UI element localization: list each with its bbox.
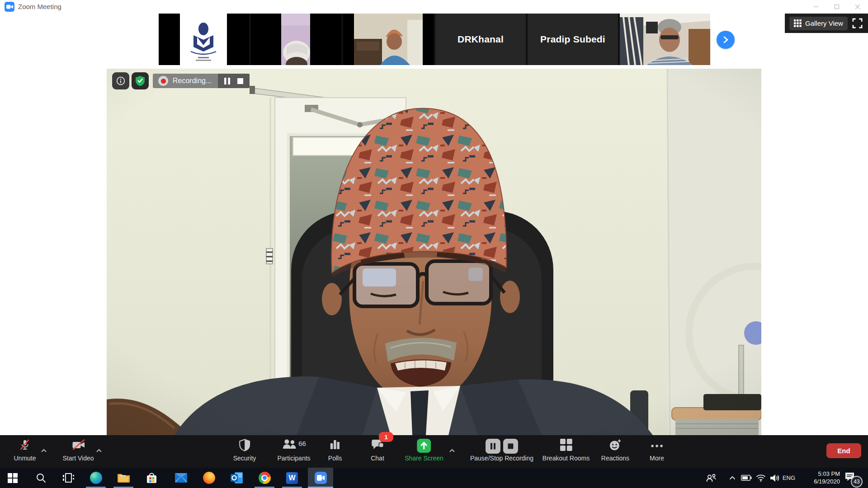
speaker-scene <box>107 69 761 435</box>
participant-video <box>354 14 423 65</box>
volume-tray-icon[interactable] <box>770 468 780 488</box>
wifi-tray-icon[interactable] <box>756 468 766 488</box>
people-icon <box>706 474 717 483</box>
share-options-caret[interactable] <box>449 446 455 455</box>
start-video-label: Start Video <box>62 455 94 462</box>
more-button[interactable]: More <box>650 439 664 462</box>
share-screen-icon <box>417 439 431 453</box>
gallery-view-button[interactable]: Gallery View <box>789 17 848 30</box>
pause-stop-label: Pause/Stop Recording <box>470 455 533 462</box>
participants-label: Participants <box>277 455 310 462</box>
record-dot-icon <box>158 76 168 86</box>
video-tile-participant[interactable] <box>343 14 434 65</box>
firefox-button[interactable] <box>196 468 222 488</box>
chrome-button[interactable] <box>252 468 277 488</box>
polls-button[interactable]: Polls <box>328 439 342 462</box>
chat-button[interactable]: Chat <box>371 439 384 462</box>
action-center-button[interactable]: 43 <box>844 472 858 484</box>
participants-button[interactable]: 66 Participants <box>277 439 310 462</box>
name-tile[interactable]: DRKhanal <box>435 14 526 65</box>
battery-icon <box>741 475 752 481</box>
store-button[interactable] <box>139 468 164 488</box>
clock-time: 5:03 PM <box>798 470 840 478</box>
chrome-icon <box>259 472 271 484</box>
security-shield-check-icon <box>135 75 145 86</box>
file-explorer-button[interactable] <box>111 468 136 488</box>
chevron-up-icon <box>729 476 736 480</box>
fullscreen-button[interactable] <box>852 18 863 29</box>
breakout-rooms-label: Breakout Rooms <box>542 455 590 462</box>
file-explorer-icon <box>118 473 130 483</box>
start-video-button[interactable]: Start Video <box>62 439 94 462</box>
video-tile-participant[interactable] <box>620 14 710 65</box>
chat-unread-badge: 1 <box>379 432 393 442</box>
title-bar: Zoom Meeting <box>0 0 868 14</box>
security-status-button[interactable] <box>132 72 149 89</box>
close-icon[interactable] <box>847 0 868 14</box>
reactions-label: Reactions <box>601 455 629 462</box>
info-icon <box>116 76 125 85</box>
recording-indicator: Recording... <box>153 74 250 88</box>
filmstrip-next-button[interactable] <box>717 31 735 49</box>
mail-button[interactable] <box>168 468 193 488</box>
share-screen-button[interactable]: Share Screen <box>405 439 443 462</box>
name-tile[interactable]: Pradip Subedi <box>528 14 618 65</box>
recording-controls <box>218 74 250 88</box>
reactions-smiley-icon <box>609 439 622 451</box>
stop-icon[interactable] <box>503 439 518 454</box>
polls-label: Polls <box>328 455 342 462</box>
taskbar-clock[interactable]: 5:03 PM 6/19/2020 <box>798 470 840 485</box>
zoom-taskbar-button[interactable] <box>308 468 333 488</box>
word-icon: W <box>286 472 298 484</box>
shield-icon <box>239 439 250 451</box>
reactions-button[interactable]: Reactions <box>601 439 629 462</box>
video-tile-logo[interactable] <box>159 14 249 65</box>
participant-name: Pradip Subedi <box>540 34 605 45</box>
edge-taskbar-button[interactable] <box>83 468 108 488</box>
maximize-icon[interactable] <box>826 0 847 14</box>
store-icon <box>146 472 157 484</box>
task-view-button[interactable] <box>56 468 81 488</box>
battery-tray-icon[interactable] <box>741 468 752 488</box>
tray-expand-button[interactable] <box>729 468 736 488</box>
zoom-meeting-window: Zoom Meeting <box>0 0 868 488</box>
notification-count-badge: 43 <box>851 476 863 488</box>
participant-filmstrip: DRKhanal Pradip Subedi <box>159 14 710 65</box>
breakout-rooms-button[interactable]: Breakout Rooms <box>542 439 590 462</box>
people-tray-button[interactable] <box>706 468 717 488</box>
logo-card <box>180 14 227 65</box>
unmute-label: Unmute <box>14 455 36 462</box>
unmute-button[interactable]: Unmute <box>14 439 36 462</box>
active-speaker-video: Recording... <box>107 69 761 435</box>
chat-label: Chat <box>371 455 384 462</box>
participant-video <box>281 14 310 65</box>
start-icon <box>8 473 18 483</box>
zoom-icon <box>315 472 327 484</box>
language-indicator[interactable]: ENG <box>783 468 795 488</box>
pause-recording-icon[interactable] <box>224 78 230 84</box>
meeting-info-button[interactable] <box>112 72 129 89</box>
firefox-icon <box>203 472 215 484</box>
mail-icon <box>175 473 187 483</box>
audio-options-caret[interactable] <box>41 446 47 455</box>
pause-icon[interactable] <box>486 439 500 454</box>
end-meeting-button[interactable]: End <box>826 443 861 458</box>
fullscreen-icon <box>852 18 863 29</box>
gallery-view-label: Gallery View <box>805 19 843 27</box>
minimize-icon[interactable] <box>806 0 826 14</box>
camera-muted-icon <box>71 439 85 451</box>
clock-date: 6/19/2020 <box>798 478 840 485</box>
video-tile-participant[interactable] <box>251 14 341 65</box>
participants-count: 66 <box>298 440 306 447</box>
windows-taskbar: W <box>0 468 868 488</box>
start-button[interactable] <box>0 468 25 488</box>
search-button[interactable] <box>28 468 53 488</box>
video-options-caret[interactable] <box>96 446 102 455</box>
breakout-grid-icon <box>560 439 572 451</box>
outlook-button[interactable] <box>224 468 249 488</box>
word-button[interactable]: W <box>279 468 305 488</box>
task-view-icon <box>63 473 74 483</box>
stop-recording-icon[interactable] <box>237 78 243 84</box>
security-button[interactable]: Security <box>233 439 256 462</box>
pause-stop-recording-button[interactable]: Pause/Stop Recording <box>470 439 533 462</box>
